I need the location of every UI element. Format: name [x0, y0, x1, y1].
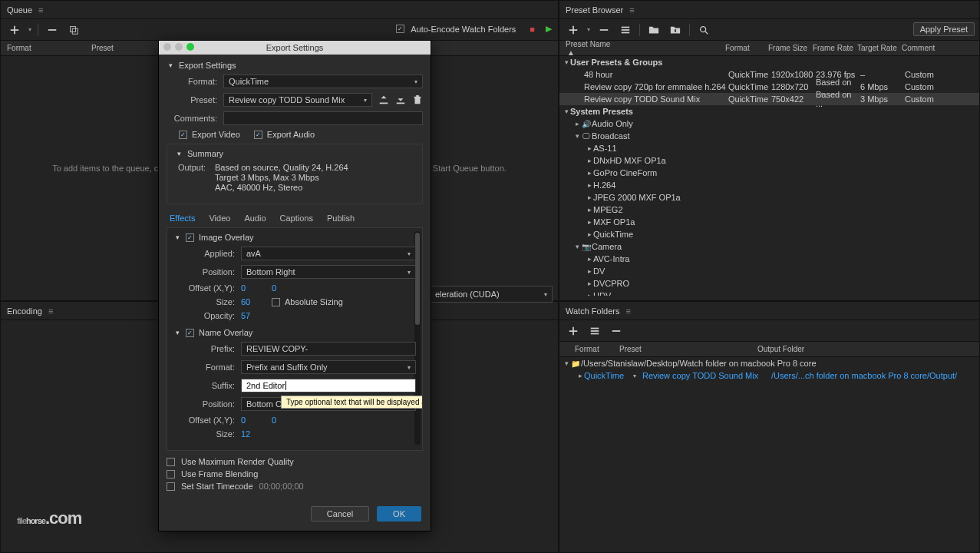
watch-output-row[interactable]: ▸ QuickTime ▾ Review copy TODD Sound Mix… [559, 369, 979, 382]
broadcast-folder[interactable]: ▾🖵Broadcast [559, 130, 979, 142]
import-preset-button[interactable] [668, 22, 683, 38]
preset-folder[interactable]: ▸DV [559, 265, 979, 277]
preset-folder[interactable]: ▸DNxHD MXF OP1a [559, 154, 979, 167]
preset-dropdown[interactable]: Review copy TODD Sound Mix▾ [223, 93, 372, 107]
col-frame-size[interactable]: Frame Size [768, 44, 813, 52]
user-presets-group[interactable]: ▾User Presets & Groups [559, 56, 979, 68]
preset-settings-button[interactable] [618, 22, 633, 38]
panel-menu-icon[interactable]: ≡ [629, 5, 634, 15]
tab-publish[interactable]: Publish [327, 214, 355, 223]
camera-folder[interactable]: ▾📷Camera [559, 240, 979, 253]
add-source-button[interactable] [7, 22, 22, 38]
max-render-checkbox[interactable] [167, 458, 175, 466]
name-format-dropdown[interactable]: Prefix and Suffix Only▾ [241, 360, 416, 374]
search-icon[interactable] [696, 22, 711, 38]
ok-button[interactable]: OK [377, 506, 421, 522]
applied-dropdown[interactable]: avA▾ [241, 247, 416, 260]
tab-audio[interactable]: Audio [244, 214, 266, 223]
remove-watch-button[interactable] [609, 323, 624, 339]
format-dropdown[interactable]: QuickTime▾ [223, 75, 423, 88]
size-field[interactable]: 60 [241, 297, 272, 306]
watch-preset-link[interactable]: Review copy TODD Sound Mix [642, 371, 771, 380]
close-icon[interactable] [163, 43, 171, 51]
dialog-titlebar[interactable]: Export Settings [159, 41, 431, 55]
watch-format-link[interactable]: QuickTime [584, 371, 633, 380]
watch-folder-row[interactable]: ▾📁/Users/Stanislaw/Desktop/Watch folder … [559, 357, 979, 369]
auto-encode-label: Auto-Encode Watch Folders [411, 25, 516, 34]
tab-video[interactable]: Video [209, 214, 230, 223]
audio-only-folder[interactable]: ▸🔊Audio Only [559, 118, 979, 130]
export-video-checkbox[interactable] [179, 131, 187, 139]
watch-output-link[interactable]: /Users/...ch folder on macbook Pro 8 cor… [771, 371, 957, 380]
col-format[interactable]: Format [725, 44, 768, 52]
duplicate-button[interactable] [66, 22, 81, 38]
col-format[interactable]: Format [7, 44, 91, 52]
delete-preset-icon[interactable] [412, 94, 423, 105]
delete-preset-button[interactable] [596, 22, 612, 38]
col-output[interactable]: Output Folder [757, 345, 973, 353]
image-overlay-section[interactable]: ▾Image Overlay [173, 233, 416, 242]
remove-button[interactable] [45, 22, 60, 38]
start-timecode-checkbox[interactable] [167, 482, 175, 491]
zoom-icon[interactable] [186, 43, 194, 51]
absolute-sizing-checkbox[interactable] [272, 298, 280, 306]
preset-folder[interactable]: ▸QuickTime [559, 228, 979, 240]
offset-y-field[interactable]: 0 [272, 283, 276, 293]
auto-encode-checkbox[interactable] [396, 25, 404, 33]
new-group-button[interactable] [646, 22, 662, 38]
preset-row[interactable]: Review copy TODD Sound MixQuickTime750x4… [559, 93, 979, 105]
apply-preset-button[interactable]: Apply Preset [913, 22, 975, 36]
window-controls[interactable] [163, 43, 194, 51]
summary-section[interactable]: ▾Summary [175, 149, 414, 158]
preset-folder[interactable]: ▸HDV [559, 290, 979, 296]
name-offset-y[interactable]: 0 [272, 416, 276, 425]
start-queue-button[interactable]: ▶ [546, 24, 552, 34]
col-comment[interactable]: Comment [902, 44, 940, 52]
add-watch-button[interactable] [566, 323, 581, 339]
system-presets-group[interactable]: ▾System Presets [559, 105, 979, 118]
position-dropdown[interactable]: Bottom Right▾ [241, 265, 416, 279]
opacity-field[interactable]: 57 [241, 311, 250, 320]
edit-watch-button[interactable] [587, 323, 602, 339]
preset-folder[interactable]: ▸GoPro CineForm [559, 167, 979, 179]
tab-captions[interactable]: Captions [280, 214, 313, 223]
image-overlay-checkbox[interactable] [186, 233, 194, 242]
col-format[interactable]: Format [566, 345, 619, 353]
name-offset-x[interactable]: 0 [241, 416, 272, 425]
name-overlay-section[interactable]: ▾Name Overlay [173, 328, 416, 337]
preset-folder[interactable]: ▸JPEG 2000 MXF OP1a [559, 191, 979, 204]
import-preset-icon[interactable] [395, 94, 406, 105]
preset-folder[interactable]: ▸DVCPRO [559, 277, 979, 290]
preset-folder[interactable]: ▸MXF OP1a [559, 216, 979, 228]
preset-folder[interactable]: ▸H.264 [559, 179, 979, 191]
col-frame-rate[interactable]: Frame Rate [813, 44, 857, 52]
save-preset-icon[interactable] [378, 94, 389, 105]
offset-x-field[interactable]: 0 [241, 283, 272, 293]
preset-folder[interactable]: ▸AS-11 [559, 142, 979, 154]
preset-folder[interactable]: ▸MPEG2 [559, 204, 979, 216]
tab-effects[interactable]: Effects [170, 214, 195, 223]
preset-row[interactable]: 48 hourQuickTime1920x108023.976 fps–Cust… [559, 68, 979, 81]
preset-folder[interactable]: ▸AVC-Intra [559, 253, 979, 265]
frame-blending-checkbox[interactable] [167, 470, 175, 478]
panel-menu-icon[interactable]: ≡ [48, 306, 53, 316]
minimize-icon[interactable] [175, 43, 183, 51]
panel-menu-icon[interactable]: ≡ [38, 5, 43, 15]
cancel-button[interactable]: Cancel [311, 506, 369, 522]
name-size-field[interactable]: 12 [241, 429, 250, 439]
prefix-input[interactable]: REVIEW COPY- [241, 342, 416, 356]
col-preset[interactable]: Preset [619, 345, 757, 353]
renderer-dropdown[interactable]: eleration (CUDA) ▾ [430, 286, 553, 303]
export-audio-checkbox[interactable] [254, 131, 262, 139]
col-target-rate[interactable]: Target Rate [857, 44, 902, 52]
col-preset-name[interactable]: Preset Name▲ [566, 40, 725, 57]
name-overlay-checkbox[interactable] [186, 329, 194, 337]
new-preset-button[interactable] [566, 22, 581, 38]
preset-row[interactable]: Review copy 720p for emmalee h.264QuickT… [559, 81, 979, 93]
export-settings-section[interactable]: ▾Export Settings [167, 61, 423, 70]
suffix-input[interactable]: 2nd Editor [241, 379, 416, 392]
timecode-value[interactable]: 00;00;00;00 [259, 482, 304, 491]
stop-queue-button[interactable]: ■ [530, 25, 535, 34]
comments-input[interactable] [223, 111, 423, 125]
panel-menu-icon[interactable]: ≡ [626, 306, 631, 316]
